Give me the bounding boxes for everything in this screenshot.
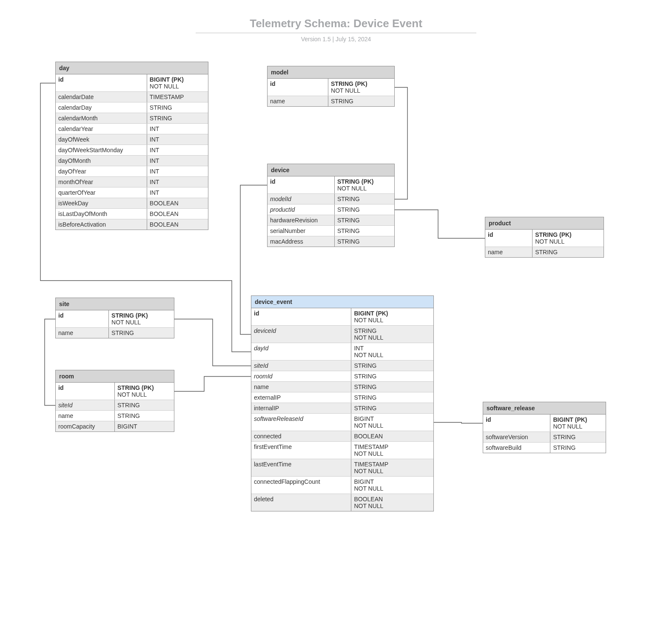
column-name: name — [56, 411, 115, 421]
entity-day[interactable]: day idBIGINT (PK)NOT NULLcalendarDateTIM… — [55, 62, 208, 230]
table-row: monthOfYearINT — [56, 177, 208, 187]
entity-header: room — [56, 370, 174, 383]
column-type: STRING — [351, 403, 433, 413]
column-type: STRING — [335, 194, 394, 204]
entity-header: model — [268, 66, 394, 79]
column-name: siteId — [56, 400, 115, 410]
column-type: TIMESTAMPNOT NULL — [351, 442, 433, 459]
table-row: roomCapacityBIGINT — [56, 421, 174, 432]
column-type: STRING — [532, 247, 604, 257]
entity-header: device_event — [251, 296, 433, 308]
entity-model[interactable]: model idSTRING (PK)NOT NULLnameSTRING — [267, 66, 395, 107]
table-row: nameSTRING — [56, 328, 174, 338]
column-type: INT — [147, 145, 208, 155]
table-row: dayIdINTNOT NULL — [251, 343, 433, 361]
column-name: name — [268, 96, 328, 106]
entity-room[interactable]: room idSTRING (PK)NOT NULLsiteIdSTRINGna… — [55, 370, 174, 432]
column-name: dayOfYear — [56, 166, 147, 176]
table-row: idSTRING (PK)NOT NULL — [485, 230, 604, 247]
column-name: dayOfWeekStartMonday — [56, 145, 147, 155]
table-row: softwareVersionSTRING — [483, 432, 606, 443]
column-name: quarterOfYear — [56, 187, 147, 198]
column-type: BOOLEAN — [351, 431, 433, 441]
column-name: softwareBuild — [483, 443, 550, 453]
table-row: nameSTRING — [268, 96, 394, 106]
table-row: hardwareRevisionSTRING — [268, 215, 394, 226]
table-row: siteIdSTRING — [56, 400, 174, 411]
table-row: softwareBuildSTRING — [483, 443, 606, 453]
column-type: STRING — [550, 443, 606, 453]
column-name: siteId — [251, 361, 351, 371]
entity-header: software_release — [483, 402, 606, 415]
entity-header: device — [268, 164, 394, 176]
column-name: hardwareRevision — [268, 215, 335, 225]
table-row: modelIdSTRING — [268, 194, 394, 204]
table-row: calendarMonthSTRING — [56, 113, 208, 124]
entity-header: product — [485, 217, 604, 230]
table-row: internalIPSTRING — [251, 403, 433, 414]
column-type: STRING — [335, 236, 394, 247]
column-type: STRING (PK)NOT NULL — [109, 310, 174, 327]
column-type: INT — [147, 177, 208, 187]
column-name: id — [268, 79, 328, 96]
column-name: id — [268, 176, 335, 193]
column-type: STRING — [351, 371, 433, 381]
entity-software-release[interactable]: software_release idBIGINT (PK)NOT NULLso… — [483, 402, 606, 453]
column-name: deviceId — [251, 326, 351, 343]
column-type: STRING — [335, 215, 394, 225]
table-row: lastEventTimeTIMESTAMPNOT NULL — [251, 459, 433, 477]
column-type: BIGINTNOT NULL — [351, 477, 433, 494]
column-type: TIMESTAMP — [147, 92, 208, 102]
table-row: serialNumberSTRING — [268, 226, 394, 236]
column-name: roomId — [251, 371, 351, 381]
table-row: deviceIdSTRINGNOT NULL — [251, 326, 433, 343]
column-type: INT — [147, 134, 208, 145]
table-row: quarterOfYearINT — [56, 187, 208, 198]
table-row: nameSTRING — [485, 247, 604, 257]
table-row: idSTRING (PK)NOT NULL — [56, 383, 174, 400]
column-name: serialNumber — [268, 226, 335, 236]
column-type: INT — [147, 156, 208, 166]
column-name: isWeekDay — [56, 198, 147, 208]
table-row: dayOfWeekINT — [56, 134, 208, 145]
column-name: roomCapacity — [56, 421, 115, 432]
column-name: isBeforeActivation — [56, 219, 147, 230]
column-type: STRING (PK)NOT NULL — [328, 79, 394, 96]
table-row: calendarYearINT — [56, 124, 208, 134]
column-name: name — [251, 382, 351, 392]
column-type: STRING (PK)NOT NULL — [335, 176, 394, 193]
entity-header: day — [56, 62, 208, 74]
entity-device[interactable]: device idSTRING (PK)NOT NULLmodelIdSTRIN… — [267, 164, 395, 247]
column-name: id — [56, 74, 147, 91]
diagram-canvas: Telemetry Schema: Device Event Version 1… — [0, 0, 672, 619]
entity-device-event[interactable]: device_event idBIGINT (PK)NOT NULLdevice… — [251, 295, 434, 511]
table-row: idSTRING (PK)NOT NULL — [268, 176, 394, 194]
table-row: calendarDaySTRING — [56, 102, 208, 113]
column-name: dayId — [251, 343, 351, 360]
column-type: STRING — [351, 382, 433, 392]
table-row: dayOfYearINT — [56, 166, 208, 177]
table-row: idBIGINT (PK)NOT NULL — [56, 74, 208, 92]
column-name: dayOfMonth — [56, 156, 147, 166]
column-type: BOOLEANNOT NULL — [351, 494, 433, 511]
column-type: STRINGNOT NULL — [351, 326, 433, 343]
column-type: INTNOT NULL — [351, 343, 433, 360]
entity-product[interactable]: product idSTRING (PK)NOT NULLnameSTRING — [485, 217, 604, 258]
column-name: calendarYear — [56, 124, 147, 134]
table-row: dayOfWeekStartMondayINT — [56, 145, 208, 156]
table-row: calendarDateTIMESTAMP — [56, 92, 208, 102]
column-type: STRING — [109, 328, 174, 338]
column-name: productId — [268, 204, 335, 215]
column-name: isLastDayOfMonth — [56, 209, 147, 219]
column-name: dayOfWeek — [56, 134, 147, 145]
table-row: siteIdSTRING — [251, 361, 433, 371]
column-type: STRING — [115, 400, 174, 410]
entity-site[interactable]: site idSTRING (PK)NOT NULLnameSTRING — [55, 298, 174, 338]
column-name: id — [251, 308, 351, 325]
table-row: deletedBOOLEANNOT NULL — [251, 494, 433, 511]
column-name: calendarMonth — [56, 113, 147, 123]
table-row: macAddressSTRING — [268, 236, 394, 247]
column-name: id — [56, 383, 115, 400]
column-type: BIGINT (PK)NOT NULL — [147, 74, 208, 91]
column-type: STRING — [328, 96, 394, 106]
